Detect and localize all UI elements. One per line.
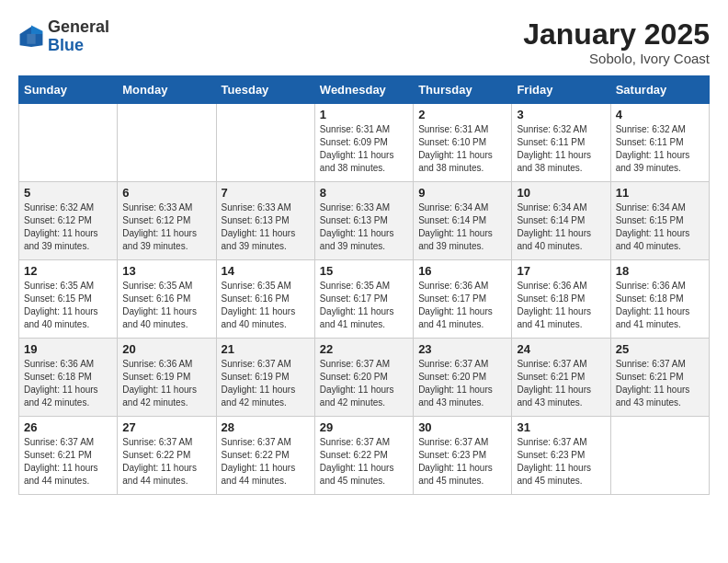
svg-marker-1 bbox=[31, 25, 42, 33]
calendar-cell: 13Sunrise: 6:35 AM Sunset: 6:16 PM Dayli… bbox=[118, 260, 216, 339]
month-title: January 2025 bbox=[523, 18, 710, 51]
day-info: Sunrise: 6:31 AM Sunset: 6:10 PM Dayligh… bbox=[418, 123, 506, 175]
day-number: 1 bbox=[320, 108, 408, 121]
day-info: Sunrise: 6:36 AM Sunset: 6:18 PM Dayligh… bbox=[24, 358, 112, 409]
day-info: Sunrise: 6:33 AM Sunset: 6:13 PM Dayligh… bbox=[320, 201, 408, 253]
location: Sobolo, Ivory Coast bbox=[523, 51, 710, 66]
week-row-2: 12Sunrise: 6:35 AM Sunset: 6:15 PM Dayli… bbox=[19, 260, 710, 339]
day-info: Sunrise: 6:37 AM Sunset: 6:23 PM Dayligh… bbox=[418, 436, 506, 488]
calendar-cell: 8Sunrise: 6:33 AM Sunset: 6:13 PM Daylig… bbox=[314, 182, 413, 260]
calendar-cell: 12Sunrise: 6:35 AM Sunset: 6:15 PM Dayli… bbox=[19, 260, 118, 339]
calendar-cell: 21Sunrise: 6:37 AM Sunset: 6:19 PM Dayli… bbox=[216, 339, 314, 417]
day-number: 29 bbox=[320, 420, 408, 434]
calendar-cell: 23Sunrise: 6:37 AM Sunset: 6:20 PM Dayli… bbox=[414, 339, 512, 417]
calendar-cell bbox=[19, 104, 118, 182]
logo: General Blue bbox=[18, 18, 109, 55]
weekday-header-row: Sunday Monday Tuesday Wednesday Thursday… bbox=[19, 76, 710, 104]
calendar-cell: 18Sunrise: 6:36 AM Sunset: 6:18 PM Dayli… bbox=[610, 260, 709, 339]
day-number: 10 bbox=[517, 186, 605, 200]
day-number: 24 bbox=[517, 342, 605, 356]
day-info: Sunrise: 6:37 AM Sunset: 6:21 PM Dayligh… bbox=[24, 436, 112, 488]
calendar-cell: 16Sunrise: 6:36 AM Sunset: 6:17 PM Dayli… bbox=[414, 260, 512, 339]
day-info: Sunrise: 6:31 AM Sunset: 6:09 PM Dayligh… bbox=[320, 123, 408, 175]
day-number: 3 bbox=[517, 108, 605, 121]
day-number: 19 bbox=[24, 342, 112, 356]
day-number: 12 bbox=[24, 264, 112, 278]
day-number: 5 bbox=[24, 186, 112, 200]
calendar-cell: 27Sunrise: 6:37 AM Sunset: 6:22 PM Dayli… bbox=[118, 417, 216, 495]
header-monday: Monday bbox=[118, 76, 216, 104]
logo-blue-label: Blue bbox=[48, 37, 109, 55]
header-saturday: Saturday bbox=[610, 76, 709, 104]
calendar-table: Sunday Monday Tuesday Wednesday Thursday… bbox=[18, 75, 710, 495]
week-row-1: 5Sunrise: 6:32 AM Sunset: 6:12 PM Daylig… bbox=[19, 182, 710, 260]
calendar-cell: 15Sunrise: 6:35 AM Sunset: 6:17 PM Dayli… bbox=[314, 260, 413, 339]
day-info: Sunrise: 6:36 AM Sunset: 6:17 PM Dayligh… bbox=[418, 280, 506, 331]
calendar-cell: 22Sunrise: 6:37 AM Sunset: 6:20 PM Dayli… bbox=[314, 339, 413, 417]
day-number: 16 bbox=[418, 264, 506, 278]
day-info: Sunrise: 6:37 AM Sunset: 6:22 PM Dayligh… bbox=[122, 436, 210, 488]
day-info: Sunrise: 6:32 AM Sunset: 6:11 PM Dayligh… bbox=[616, 123, 704, 175]
day-info: Sunrise: 6:35 AM Sunset: 6:16 PM Dayligh… bbox=[222, 280, 310, 331]
header-sunday: Sunday bbox=[19, 76, 118, 104]
day-number: 6 bbox=[122, 186, 210, 200]
day-info: Sunrise: 6:37 AM Sunset: 6:19 PM Dayligh… bbox=[222, 358, 310, 409]
week-row-0: 1Sunrise: 6:31 AM Sunset: 6:09 PM Daylig… bbox=[19, 104, 710, 182]
day-info: Sunrise: 6:37 AM Sunset: 6:20 PM Dayligh… bbox=[418, 358, 506, 409]
day-info: Sunrise: 6:35 AM Sunset: 6:15 PM Dayligh… bbox=[24, 280, 112, 331]
page: General Blue January 2025 Sobolo, Ivory … bbox=[0, 0, 728, 504]
calendar-cell bbox=[216, 104, 314, 182]
day-number: 26 bbox=[24, 420, 112, 434]
day-info: Sunrise: 6:32 AM Sunset: 6:12 PM Dayligh… bbox=[24, 201, 112, 253]
title-block: January 2025 Sobolo, Ivory Coast bbox=[523, 18, 710, 66]
calendar-cell bbox=[610, 417, 709, 495]
header-thursday: Thursday bbox=[414, 76, 512, 104]
calendar-cell: 2Sunrise: 6:31 AM Sunset: 6:10 PM Daylig… bbox=[414, 104, 512, 182]
header-wednesday: Wednesday bbox=[314, 76, 413, 104]
calendar-cell: 28Sunrise: 6:37 AM Sunset: 6:22 PM Dayli… bbox=[216, 417, 314, 495]
logo-text: General Blue bbox=[48, 18, 109, 55]
day-info: Sunrise: 6:37 AM Sunset: 6:22 PM Dayligh… bbox=[222, 436, 310, 488]
calendar-cell: 9Sunrise: 6:34 AM Sunset: 6:14 PM Daylig… bbox=[414, 182, 512, 260]
day-info: Sunrise: 6:37 AM Sunset: 6:23 PM Dayligh… bbox=[517, 436, 605, 488]
day-number: 23 bbox=[418, 342, 506, 356]
calendar-cell: 17Sunrise: 6:36 AM Sunset: 6:18 PM Dayli… bbox=[512, 260, 610, 339]
day-number: 27 bbox=[122, 420, 210, 434]
day-number: 22 bbox=[320, 342, 408, 356]
day-info: Sunrise: 6:37 AM Sunset: 6:21 PM Dayligh… bbox=[517, 358, 605, 409]
day-number: 21 bbox=[222, 342, 310, 356]
header: General Blue January 2025 Sobolo, Ivory … bbox=[18, 18, 710, 66]
calendar-cell: 25Sunrise: 6:37 AM Sunset: 6:21 PM Dayli… bbox=[610, 339, 709, 417]
logo-icon bbox=[18, 24, 44, 50]
day-number: 14 bbox=[222, 264, 310, 278]
day-number: 11 bbox=[616, 186, 704, 200]
calendar-cell: 7Sunrise: 6:33 AM Sunset: 6:13 PM Daylig… bbox=[216, 182, 314, 260]
day-number: 4 bbox=[616, 108, 704, 121]
day-number: 31 bbox=[517, 420, 605, 434]
day-info: Sunrise: 6:33 AM Sunset: 6:13 PM Dayligh… bbox=[222, 201, 310, 253]
day-number: 13 bbox=[122, 264, 210, 278]
day-number: 30 bbox=[418, 420, 506, 434]
day-number: 9 bbox=[418, 186, 506, 200]
day-number: 2 bbox=[418, 108, 506, 121]
day-number: 7 bbox=[222, 186, 310, 200]
calendar-cell: 10Sunrise: 6:34 AM Sunset: 6:14 PM Dayli… bbox=[512, 182, 610, 260]
day-info: Sunrise: 6:34 AM Sunset: 6:15 PM Dayligh… bbox=[616, 201, 704, 253]
header-tuesday: Tuesday bbox=[216, 76, 314, 104]
day-info: Sunrise: 6:34 AM Sunset: 6:14 PM Dayligh… bbox=[418, 201, 506, 253]
calendar-cell: 19Sunrise: 6:36 AM Sunset: 6:18 PM Dayli… bbox=[19, 339, 118, 417]
calendar-cell: 31Sunrise: 6:37 AM Sunset: 6:23 PM Dayli… bbox=[512, 417, 610, 495]
svg-rect-2 bbox=[27, 34, 35, 44]
week-row-4: 26Sunrise: 6:37 AM Sunset: 6:21 PM Dayli… bbox=[19, 417, 710, 495]
calendar-cell: 3Sunrise: 6:32 AM Sunset: 6:11 PM Daylig… bbox=[512, 104, 610, 182]
day-info: Sunrise: 6:37 AM Sunset: 6:21 PM Dayligh… bbox=[616, 358, 704, 409]
day-info: Sunrise: 6:34 AM Sunset: 6:14 PM Dayligh… bbox=[517, 201, 605, 253]
calendar-cell bbox=[118, 104, 216, 182]
day-info: Sunrise: 6:36 AM Sunset: 6:18 PM Dayligh… bbox=[616, 280, 704, 331]
day-number: 28 bbox=[222, 420, 310, 434]
day-number: 18 bbox=[616, 264, 704, 278]
day-info: Sunrise: 6:35 AM Sunset: 6:16 PM Dayligh… bbox=[122, 280, 210, 331]
calendar-cell: 14Sunrise: 6:35 AM Sunset: 6:16 PM Dayli… bbox=[216, 260, 314, 339]
calendar-cell: 24Sunrise: 6:37 AM Sunset: 6:21 PM Dayli… bbox=[512, 339, 610, 417]
day-number: 15 bbox=[320, 264, 408, 278]
